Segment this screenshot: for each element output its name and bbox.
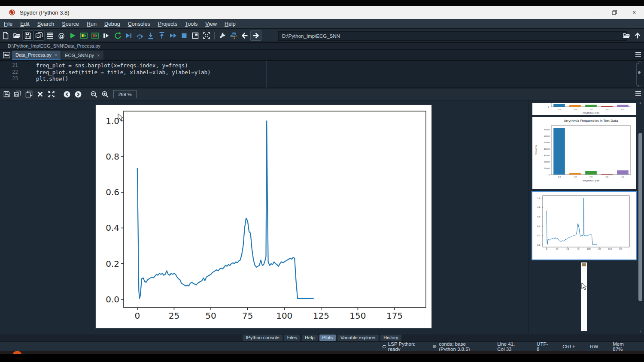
scroll-up-icon[interactable]: ▲ [638,61,639,64]
save-file-icon[interactable] [22,30,33,41]
next-plot-icon[interactable] [73,89,84,100]
parent-directory-icon[interactable] [632,30,643,41]
scroll-down-icon[interactable]: ▼ [638,84,639,87]
svg-text:60000: 60000 [544,135,550,137]
maximize-pane-icon[interactable] [190,30,201,41]
close-button[interactable]: × [624,6,644,19]
scroll-up-icon[interactable]: ▲ [638,101,643,104]
minimize-button[interactable]: – [585,6,605,19]
menu-search[interactable]: Search [33,21,58,27]
remove-plot-icon[interactable] [34,89,46,100]
find-symbol-icon[interactable]: @ [56,30,67,41]
remove-all-plots-icon[interactable] [46,89,57,100]
step-return-icon[interactable] [156,30,167,41]
thumbnail-loading-strip[interactable] [581,262,587,331]
svg-text:0.6: 0.6 [106,187,119,197]
new-file-icon[interactable] [0,30,11,41]
tab-history[interactable]: History [380,335,401,341]
run-cell-icon[interactable] [78,30,89,41]
browse-tabs-icon[interactable] [1,50,12,60]
plots-divider [529,100,529,334]
stop-debug-icon[interactable] [179,30,190,41]
fast-forward-icon[interactable] [167,30,179,41]
svg-text:10000: 10000 [544,167,550,169]
tab-plots[interactable]: Plots [319,335,336,341]
tab-variable-explorer[interactable]: Variable explorer [337,335,379,341]
editor-scrollbar[interactable]: ▲ ▼ [636,61,642,87]
working-directory-value: D:\Python_Imp\ECG_SNN [282,33,340,39]
file-switcher-icon[interactable] [45,30,56,41]
previous-plot-icon[interactable] [61,89,73,100]
code-line: 21 freq_plot = sns.barplot(x=freqs.index… [0,62,644,69]
plots-scrollbar[interactable]: ▲ ▼ [638,101,643,333]
python-env-icon[interactable] [228,30,239,41]
scrollbar-thumb[interactable] [638,71,641,74]
debug-continue-icon[interactable] [123,30,134,41]
code-text: freq_plot = sns.barplot(x=freqs.index, y… [23,62,188,69]
menu-source[interactable]: Source [58,21,83,27]
scroll-down-icon[interactable]: ▼ [638,330,643,333]
encoding-status: UTF-8 [537,341,548,352]
browse-directory-icon[interactable] [621,30,632,41]
zoom-in-icon[interactable] [100,89,111,100]
zoom-out-icon[interactable] [88,89,100,100]
svg-text:@: @ [58,32,65,39]
menu-consoles[interactable]: Consoles [124,21,154,27]
code-editor[interactable]: 21 freq_plot = sns.barplot(x=freqs.index… [0,60,644,88]
svg-text:1.0: 1.0 [574,176,577,178]
spyder-logo-icon [9,9,15,16]
save-all-icon[interactable] [33,30,45,41]
run-file-icon[interactable] [67,30,78,41]
svg-text:4.0: 4.0 [621,109,624,111]
run-selection-icon[interactable] [100,30,112,41]
svg-text:100: 100 [276,311,292,321]
clipped-bar-chart: 00.01.02.03.04.0Arrythmia Type [532,103,636,115]
working-directory-input[interactable]: D:\Python_Imp\ECG_SNN [278,31,627,41]
restore-button[interactable] [605,6,624,19]
close-tab-icon[interactable]: × [55,52,57,57]
editor-options-icon[interactable] [635,51,641,57]
menu-help[interactable]: Help [221,21,240,27]
close-tab-icon[interactable]: × [97,53,100,58]
preferences-wrench-icon[interactable] [217,30,228,41]
thumbnail-clipped-bar-chart[interactable]: 00.01.02.03.04.0Arrythmia Type [532,103,636,115]
tab-files[interactable]: Files [284,335,300,341]
file-breadcrumb-bar: D:\Python_Imp\ECG_SNN\Data_Process.py [0,42,644,50]
copy-plot-icon[interactable] [23,89,34,100]
save-plot-icon[interactable] [1,89,12,100]
cursor-position: Line 41, Col 33 [497,341,522,352]
tab-ecg-snn-py[interactable]: ECG_SNN.py × [61,51,103,60]
lsp-status: LSP Python: ready [382,341,418,352]
menu-debug[interactable]: Debug [100,21,124,27]
svg-text:50: 50 [566,248,569,250]
step-over-icon[interactable] [134,30,145,41]
line-chart: 02550751001251501750.00.20.40.60.81.0 [96,105,431,328]
tab-help[interactable]: Help [302,335,318,341]
forward-icon[interactable] [250,30,261,41]
save-all-plots-icon[interactable] [12,89,23,100]
step-into-icon[interactable] [145,30,156,41]
menu-tools[interactable]: Tools [181,21,201,27]
menu-view[interactable]: View [201,21,221,27]
menu-projects[interactable]: Projects [154,21,181,27]
fullscreen-icon[interactable] [201,30,212,41]
open-file-icon[interactable] [11,30,22,41]
menu-run[interactable]: Run [83,21,100,27]
tab-ipython-console[interactable]: IPython console [243,335,282,341]
menu-edit[interactable]: Edit [16,21,33,27]
thumbnail-bar-chart[interactable]: Arrythmia Frequencies in Test DataFreque… [532,117,636,189]
menu-file[interactable]: File [0,21,16,27]
svg-text:175: 175 [386,311,403,321]
back-icon[interactable] [239,30,250,41]
thumbnail-line-chart-selected[interactable]: 02550751001251501750.00.20.40.60.81.0 [532,192,636,259]
run-cell-advance-icon[interactable] [89,30,100,41]
plots-options-icon[interactable] [635,90,641,96]
svg-text:175: 175 [619,248,623,250]
titlebar: Spyder (Python 3.8) – × [0,6,644,19]
rerun-cell-icon[interactable] [112,30,123,41]
tab-data-process-py[interactable]: Data_Process.py × [12,51,61,60]
svg-text:0: 0 [546,248,547,250]
svg-text:0.0: 0.0 [106,294,119,305]
record-indicator [13,351,21,354]
scrollbar-thumb[interactable] [638,133,642,301]
